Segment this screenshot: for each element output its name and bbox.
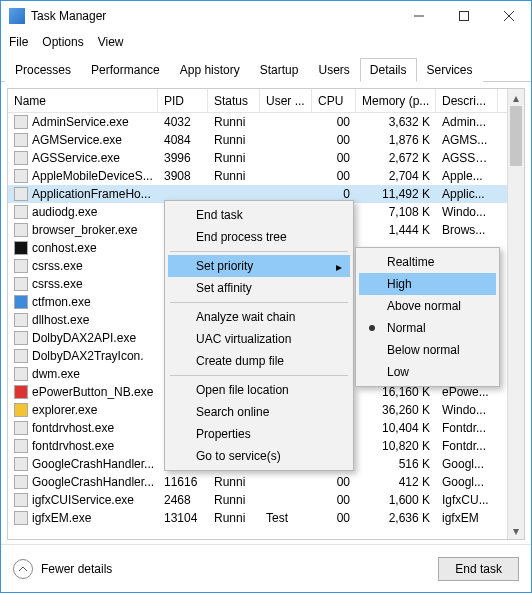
priority-realtime[interactable]: Realtime: [359, 251, 496, 273]
priority-below-normal[interactable]: Below normal: [359, 339, 496, 361]
process-memory: 2,672 K: [356, 151, 436, 165]
process-status: Runni: [208, 493, 260, 507]
priority-high[interactable]: High: [359, 273, 496, 295]
col-description[interactable]: Descri...: [436, 89, 498, 112]
tab-users[interactable]: Users: [308, 58, 359, 82]
col-user[interactable]: User ...: [260, 89, 312, 112]
process-name: dwm.exe: [32, 367, 80, 381]
ctx-properties[interactable]: Properties: [168, 423, 350, 445]
process-pid: 3996: [158, 151, 208, 165]
ctx-open-file-location[interactable]: Open file location: [168, 379, 350, 401]
process-memory: 36,260 K: [356, 403, 436, 417]
process-row[interactable]: AdminService.exe4032Runni003,632 KAdmin.…: [8, 113, 524, 131]
col-name[interactable]: Name: [8, 89, 158, 112]
process-row[interactable]: GoogleCrashHandler...11616Runni00412 KGo…: [8, 473, 524, 491]
fewer-details-label: Fewer details: [41, 562, 112, 576]
process-memory: 11,492 K: [356, 187, 436, 201]
task-manager-window: Task Manager File Options View Processes…: [0, 0, 532, 593]
ctx-set-priority[interactable]: Set priority▸: [168, 255, 350, 277]
process-name: ctfmon.exe: [32, 295, 91, 309]
menu-file[interactable]: File: [9, 35, 28, 49]
process-name: AppleMobileDeviceS...: [32, 169, 153, 183]
process-name: igfxCUIService.exe: [32, 493, 134, 507]
priority-above-normal[interactable]: Above normal: [359, 295, 496, 317]
process-status: Runni: [208, 115, 260, 129]
process-row[interactable]: igfxEM.exe13104RunniTest002,636 KigfxEM: [8, 509, 524, 527]
minimize-button[interactable]: [396, 1, 441, 31]
context-menu: End task End process tree Set priority▸ …: [164, 200, 354, 471]
fewer-details-button[interactable]: Fewer details: [13, 559, 112, 579]
priority-low[interactable]: Low: [359, 361, 496, 383]
titlebar: Task Manager: [1, 1, 531, 31]
process-pid: 11616: [158, 475, 208, 489]
process-name: DolbyDAX2API.exe: [32, 331, 136, 345]
ctx-set-affinity[interactable]: Set affinity: [168, 277, 350, 299]
process-description: AGMS...: [436, 133, 498, 147]
process-name: csrss.exe: [32, 277, 83, 291]
process-name: ApplicationFrameHo...: [32, 187, 151, 201]
process-name: dllhost.exe: [32, 313, 89, 327]
col-status[interactable]: Status: [208, 89, 260, 112]
end-task-button[interactable]: End task: [438, 557, 519, 581]
process-description: Fontdr...: [436, 421, 498, 435]
svg-rect-1: [459, 12, 468, 21]
separator: [170, 302, 348, 303]
process-row[interactable]: AppleMobileDeviceS...3908Runni002,704 KA…: [8, 167, 524, 185]
process-icon: [14, 241, 28, 255]
scroll-down-button[interactable]: ▾: [508, 522, 524, 539]
process-pid: 2468: [158, 493, 208, 507]
process-icon: [14, 511, 28, 525]
tab-startup[interactable]: Startup: [250, 58, 309, 82]
ctx-go-to-services[interactable]: Go to service(s): [168, 445, 350, 467]
process-row[interactable]: AGSService.exe3996Runni002,672 KAGSSe...: [8, 149, 524, 167]
separator: [170, 251, 348, 252]
process-user: Test: [260, 511, 312, 525]
process-row[interactable]: AGMService.exe4084Runni001,876 KAGMS...: [8, 131, 524, 149]
process-icon: [14, 115, 28, 129]
tab-performance[interactable]: Performance: [81, 58, 170, 82]
ctx-uac-virtualization[interactable]: UAC virtualization: [168, 328, 350, 350]
process-memory: 2,636 K: [356, 511, 436, 525]
tab-strip: ProcessesPerformanceApp historyStartupUs…: [1, 53, 531, 82]
ctx-create-dump-file[interactable]: Create dump file: [168, 350, 350, 372]
process-pid: 13104: [158, 511, 208, 525]
maximize-button[interactable]: [441, 1, 486, 31]
separator: [170, 375, 348, 376]
scroll-up-button[interactable]: ▴: [508, 89, 524, 106]
process-icon: [14, 439, 28, 453]
ctx-analyze-wait-chain[interactable]: Analyze wait chain: [168, 306, 350, 328]
col-memory[interactable]: Memory (p...: [356, 89, 436, 112]
tab-processes[interactable]: Processes: [5, 58, 81, 82]
process-description: Windo...: [436, 205, 498, 219]
process-memory: 2,704 K: [356, 169, 436, 183]
ctx-search-online[interactable]: Search online: [168, 401, 350, 423]
process-description: IgfxCU...: [436, 493, 498, 507]
process-icon: [14, 403, 28, 417]
process-cpu: 0: [312, 187, 356, 201]
process-description: Applic...: [436, 187, 498, 201]
process-row[interactable]: igfxCUIService.exe2468Runni001,600 KIgfx…: [8, 491, 524, 509]
col-pid[interactable]: PID: [158, 89, 208, 112]
tab-services[interactable]: Services: [417, 58, 483, 82]
process-pid: 4032: [158, 115, 208, 129]
ctx-end-process-tree[interactable]: End process tree: [168, 226, 350, 248]
tab-app-history[interactable]: App history: [170, 58, 250, 82]
process-status: Runni: [208, 475, 260, 489]
process-icon: [14, 295, 28, 309]
footer: Fewer details End task: [1, 544, 531, 592]
priority-submenu: Realtime High Above normal Normal Below …: [355, 247, 500, 387]
process-pid: 3908: [158, 169, 208, 183]
menu-options[interactable]: Options: [42, 35, 83, 49]
close-button[interactable]: [486, 1, 531, 31]
scrollbar-thumb[interactable]: [510, 106, 522, 166]
process-icon: [14, 385, 28, 399]
process-icon: [14, 457, 28, 471]
col-cpu[interactable]: CPU: [312, 89, 356, 112]
menu-view[interactable]: View: [98, 35, 124, 49]
process-memory: 3,632 K: [356, 115, 436, 129]
ctx-end-task[interactable]: End task: [168, 204, 350, 226]
priority-normal[interactable]: Normal: [359, 317, 496, 339]
vertical-scrollbar[interactable]: ▴ ▾: [507, 89, 524, 539]
tab-details[interactable]: Details: [360, 58, 417, 82]
process-icon: [14, 169, 28, 183]
